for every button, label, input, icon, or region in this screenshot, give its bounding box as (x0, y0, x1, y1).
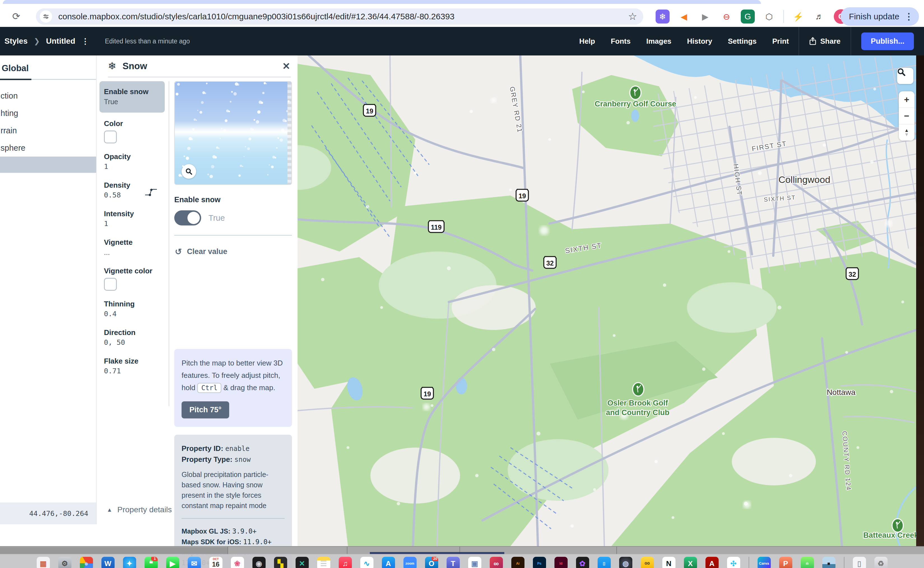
scrollbar-thumb[interactable] (0, 547, 227, 554)
red-extension-icon[interactable]: ⊖ (720, 9, 733, 24)
map-search-button[interactable] (897, 68, 913, 84)
zoom-out-button[interactable]: − (899, 108, 915, 124)
sidebar-tab-global[interactable]: Global (0, 56, 96, 79)
figma-icon[interactable]: ✿ (576, 557, 589, 568)
url-bar[interactable]: console.mapbox.com/studio/styles/carla10… (36, 8, 643, 25)
property-type-value: snow (234, 456, 251, 464)
chrome-menu-icon[interactable]: ⋮ (904, 11, 913, 22)
toggle-pill[interactable] (174, 210, 201, 225)
property-details-collapse[interactable]: ▲ Property details (107, 505, 172, 514)
prop-color[interactable]: Color (97, 114, 169, 147)
clear-value-button[interactable]: ↻ Clear value (175, 247, 298, 257)
numbers-icon[interactable]: ılı (801, 557, 814, 568)
messages-icon[interactable]: ❝1 (145, 557, 158, 568)
printer-icon[interactable]: ▣ (468, 557, 481, 568)
music-list-extension-icon[interactable]: ♬ (812, 9, 827, 24)
trash-icon[interactable]: ♻ (874, 557, 888, 568)
music-icon[interactable]: ♫ (339, 557, 352, 568)
nav-item-settings[interactable]: Settings (728, 37, 757, 46)
slack-icon[interactable]: ✣ (727, 557, 740, 568)
launchpad-icon[interactable]: ▦ (37, 557, 50, 568)
horizontal-scrollbar[interactable] (0, 546, 924, 554)
notes-icon[interactable]: ☰ (317, 557, 330, 568)
share-button[interactable]: Share (809, 37, 841, 46)
finish-update-button[interactable]: Finish update ⋮ (841, 7, 919, 26)
calendar-icon[interactable]: OCT16 (209, 557, 222, 568)
freeform-icon[interactable]: ∿ (360, 557, 374, 568)
excel-icon[interactable]: X (684, 557, 697, 568)
prop-density[interactable]: Density0.58 (97, 176, 169, 204)
cinema4d-icon[interactable]: ◍ (619, 557, 632, 568)
enable-snow-toggle[interactable]: True (174, 210, 298, 225)
finish-update-label: Finish update (849, 12, 899, 21)
nav-item-history[interactable]: History (687, 37, 712, 46)
puzzle-extension-icon[interactable]: ⬡ (762, 9, 776, 24)
close-icon[interactable]: ✕ (283, 60, 290, 72)
photoshop-icon[interactable]: Ps (533, 557, 546, 568)
app-store-icon[interactable]: A (382, 557, 395, 568)
play-extension-icon[interactable]: ▶ (698, 9, 712, 24)
pitch-toggle-button[interactable]: ▲ ▼ (899, 124, 915, 140)
prop-enable-snow[interactable]: Enable snowTrue (100, 81, 165, 113)
pitch-75-button[interactable]: Pitch 75° (181, 401, 229, 418)
publish-button[interactable]: Publish... (861, 32, 914, 50)
prop-intensity[interactable]: Intensity1 (97, 204, 169, 233)
powerpoint-icon[interactable]: P (779, 557, 792, 568)
sidebar-item[interactable]: rrain (0, 122, 96, 139)
safari-icon[interactable]: ✦ (123, 557, 136, 568)
outlook-icon[interactable]: O20 (425, 557, 438, 568)
mail-icon[interactable]: ✉ (188, 557, 201, 568)
nav-item-fonts[interactable]: Fonts (611, 37, 631, 46)
teams-icon[interactable]: T (446, 557, 460, 568)
prop-thinning[interactable]: Thinning0.4 (97, 295, 169, 323)
system-settings-icon[interactable]: ⚙ (58, 557, 71, 568)
canva-icon[interactable]: Canva (758, 557, 771, 568)
facetime-icon[interactable]: ▶ (166, 557, 179, 568)
snow-flake (225, 119, 227, 122)
zoom-icon[interactable]: zoom (404, 557, 417, 568)
chrome-icon[interactable]: ● (80, 557, 93, 568)
prop-flake-size[interactable]: Flake size0.71 (97, 352, 169, 380)
sidebar-item-selected[interactable] (0, 157, 96, 173)
nav-item-images[interactable]: Images (646, 37, 671, 46)
sidebar-item[interactable]: sphere (0, 139, 96, 157)
prop-vignette-color[interactable]: Vignette color (97, 261, 169, 295)
bookmark-star-icon[interactable]: ☆ (628, 11, 637, 23)
color-swatch[interactable] (104, 130, 117, 144)
browser-tab[interactable] (3, 0, 761, 4)
nav-item-help[interactable]: Help (579, 37, 595, 46)
window-thumb-icon[interactable]: ◼ (822, 557, 835, 568)
prop-vignette[interactable]: Vignette... (97, 233, 169, 261)
photos-icon[interactable]: ❀ (231, 557, 244, 568)
style-title[interactable]: Untitled (46, 37, 75, 46)
acrobat-icon[interactable]: A (705, 557, 718, 568)
zoom-in-button[interactable]: + (899, 91, 915, 108)
sidebar-item[interactable]: ction (0, 87, 96, 104)
prop-opacity[interactable]: Opacity1 (97, 147, 169, 176)
final-cut-icon[interactable]: ▚ (274, 557, 287, 568)
indesign-icon[interactable]: Id (555, 557, 568, 568)
site-settings-icon[interactable] (40, 11, 52, 23)
snow-flake (240, 165, 242, 167)
media-disc-icon[interactable]: ◉ (253, 557, 266, 568)
notion-icon[interactable]: N (662, 557, 676, 568)
prop-direction[interactable]: Direction0, 50 (97, 323, 169, 352)
word-icon[interactable]: W (101, 557, 115, 568)
motion-x-icon[interactable]: ✕ (296, 557, 309, 568)
cyberduck-icon[interactable]: ʘʘ (641, 557, 654, 568)
grammarly-extension-icon[interactable]: G (741, 9, 755, 24)
snowflake-extension-icon[interactable]: ❄ (656, 9, 670, 24)
creative-cloud-icon[interactable]: ∞ (490, 557, 503, 568)
map-canvas[interactable]: FIRST STHIGH STSIXTH STSIXTH STGREY RD 2… (298, 56, 916, 546)
megaphone-extension-icon[interactable]: ◀ (677, 9, 691, 24)
nav-item-print[interactable]: Print (772, 37, 789, 46)
leaf-extension-icon[interactable]: ⚡ (791, 9, 805, 24)
sidebar-item[interactable]: hting (0, 104, 96, 122)
brackets-app-icon[interactable]: [] (597, 557, 611, 568)
color-swatch[interactable] (104, 278, 117, 291)
reload-icon[interactable]: ⟳ (11, 11, 22, 22)
breadcrumb-styles[interactable]: Styles (5, 37, 28, 46)
illustrator-icon[interactable]: Ai (511, 557, 525, 568)
download-item-icon[interactable]: ▯ (853, 557, 866, 568)
style-menu-icon[interactable]: ⋮ (82, 37, 89, 46)
